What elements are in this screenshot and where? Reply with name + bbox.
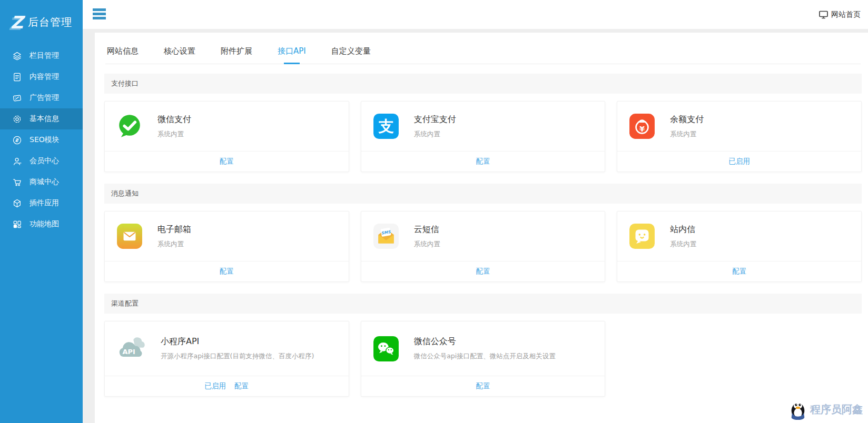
sidebar-item-label: 插件应用 bbox=[29, 198, 59, 208]
card-subtitle: 微信公众号api接口配置、微站点开启及相关设置 bbox=[414, 352, 556, 361]
configure-link[interactable]: 配置 bbox=[476, 381, 490, 391]
layers-icon bbox=[12, 51, 22, 61]
balance-pay-icon: ¥ bbox=[629, 113, 655, 139]
topbar: 网站首页 bbox=[83, 0, 868, 29]
email-icon bbox=[116, 223, 143, 249]
card-wechat-pay: 微信支付 系统内置 配置 bbox=[104, 101, 349, 172]
card-wechat-official: 微信公众号 微信公众号api接口配置、微站点开启及相关设置 配置 bbox=[361, 321, 606, 397]
card-subtitle: 系统内置 bbox=[414, 240, 440, 249]
card-subtitle: 系统内置 bbox=[670, 130, 704, 139]
sidebar-item-sitemap[interactable]: 功能地图 bbox=[0, 214, 83, 235]
sidebar-item-ads[interactable]: 广告管理 bbox=[0, 87, 83, 108]
sidebar-item-label: 栏目管理 bbox=[29, 51, 59, 61]
site-home-link[interactable]: 网站首页 bbox=[819, 0, 861, 29]
sidebar-item-members[interactable]: 会员中心 bbox=[0, 150, 83, 172]
enabled-link[interactable]: 已启用 bbox=[205, 381, 226, 391]
sidebar-item-label: 广告管理 bbox=[29, 93, 59, 103]
cart-icon bbox=[12, 177, 22, 187]
sidebar: Z 后台管理 栏目管理 内容管理 广告管理 基本信息 bbox=[0, 0, 83, 423]
logo-z-icon: Z bbox=[11, 14, 23, 31]
card-title: 支付宝支付 bbox=[414, 114, 456, 125]
configure-link[interactable]: 配置 bbox=[220, 267, 234, 276]
configure-link[interactable]: 配置 bbox=[234, 381, 249, 391]
sidebar-item-content[interactable]: 内容管理 bbox=[0, 66, 83, 87]
notification-card-row: 电子邮箱 系统内置 配置 SMS bbox=[104, 211, 862, 282]
card-subtitle: 系统内置 bbox=[157, 130, 191, 139]
site-message-icon bbox=[629, 223, 655, 249]
miniprogram-api-icon: API bbox=[116, 336, 146, 361]
sidebar-item-plugins[interactable]: 插件应用 bbox=[0, 193, 83, 214]
sidebar-item-label: 基本信息 bbox=[29, 114, 59, 124]
sidebar-item-basic-info[interactable]: 基本信息 bbox=[0, 108, 83, 129]
sidebar-item-label: 功能地图 bbox=[29, 219, 59, 229]
sidebar-item-label: SEO模块 bbox=[29, 135, 60, 145]
grid-map-icon bbox=[12, 219, 22, 229]
plugin-cube-icon bbox=[12, 198, 22, 208]
card-site-message: 站内信 系统内置 配置 bbox=[617, 211, 862, 282]
sms-icon: SMS bbox=[373, 223, 399, 249]
configure-link[interactable]: 配置 bbox=[476, 267, 490, 276]
gear-icon bbox=[12, 114, 22, 124]
card-balance-pay: ¥ 余额支付 系统内置 已启用 bbox=[617, 101, 862, 172]
wechat-official-icon bbox=[373, 336, 399, 362]
logo-title: 后台管理 bbox=[28, 15, 72, 29]
app-logo: Z 后台管理 bbox=[0, 0, 83, 44]
sidebar-item-label: 内容管理 bbox=[29, 72, 59, 82]
menu-toggle-button[interactable] bbox=[93, 8, 106, 21]
configure-link[interactable]: 配置 bbox=[732, 267, 746, 276]
ad-icon bbox=[12, 93, 22, 103]
card-title: 小程序API bbox=[161, 336, 314, 347]
member-icon bbox=[12, 156, 22, 166]
card-subtitle: 系统内置 bbox=[157, 240, 191, 249]
tab-core-settings[interactable]: 核心设置 bbox=[162, 46, 197, 64]
wechat-pay-icon bbox=[116, 113, 143, 139]
card-miniprogram-api: API 小程序API 开源小程序api接口配置(目前支持微信、百度小程序) 已启… bbox=[104, 321, 349, 397]
card-cloud-sms: SMS 云短信 系统内置 配置 bbox=[361, 211, 606, 282]
settings-tabs: 网站信息 核心设置 附件扩展 接口API 自定义变量 bbox=[105, 46, 861, 64]
card-title: 余额支付 bbox=[670, 114, 704, 125]
monitor-icon bbox=[819, 11, 828, 19]
card-subtitle: 开源小程序api接口配置(目前支持微信、百度小程序) bbox=[161, 352, 314, 361]
card-title: 云短信 bbox=[414, 224, 440, 235]
configure-link[interactable]: 配置 bbox=[476, 157, 490, 166]
card-title: 电子邮箱 bbox=[157, 224, 191, 235]
qq-penguin-icon bbox=[789, 399, 807, 420]
configure-link[interactable]: 配置 bbox=[220, 157, 234, 166]
tab-site-info[interactable]: 网站信息 bbox=[105, 46, 140, 64]
card-title: 站内信 bbox=[670, 224, 696, 235]
tab-attachment-ext[interactable]: 附件扩展 bbox=[219, 46, 254, 64]
tab-api[interactable]: 接口API bbox=[276, 46, 308, 64]
section-title-payment: 支付接口 bbox=[104, 74, 862, 94]
seo-link-icon bbox=[12, 135, 22, 145]
card-title: 微信公众号 bbox=[414, 336, 556, 347]
channel-card-row: API 小程序API 开源小程序api接口配置(目前支持微信、百度小程序) 已启… bbox=[104, 321, 862, 397]
sidebar-item-label: 会员中心 bbox=[29, 156, 59, 166]
sidebar-item-seo[interactable]: SEO模块 bbox=[0, 129, 83, 150]
card-alipay: 支 支付宝支付 系统内置 配置 bbox=[361, 101, 606, 172]
alipay-icon: 支 bbox=[373, 113, 399, 139]
sidebar-nav: 栏目管理 内容管理 广告管理 基本信息 SEO模块 bbox=[0, 45, 83, 235]
site-home-label: 网站首页 bbox=[831, 10, 861, 19]
sidebar-item-mall[interactable]: 商城中心 bbox=[0, 172, 83, 193]
enabled-link[interactable]: 已启用 bbox=[728, 157, 750, 166]
sidebar-item-label: 商城中心 bbox=[29, 177, 59, 187]
svg-text:API: API bbox=[123, 347, 135, 355]
main-panel: 网站信息 核心设置 附件扩展 接口API 自定义变量 支付接口 微信支付 系统内… bbox=[95, 33, 868, 423]
card-email: 电子邮箱 系统内置 配置 bbox=[104, 211, 349, 282]
tab-custom-vars[interactable]: 自定义变量 bbox=[330, 46, 372, 64]
card-subtitle: 系统内置 bbox=[414, 130, 456, 139]
section-title-channel: 渠道配置 bbox=[104, 294, 862, 314]
section-title-notification: 消息通知 bbox=[104, 184, 862, 204]
svg-text:支: 支 bbox=[378, 117, 393, 135]
watermark-text: 程序员阿鑫 bbox=[810, 402, 863, 417]
watermark: 程序员阿鑫 bbox=[789, 399, 863, 420]
document-icon bbox=[12, 72, 22, 82]
svg-text:¥: ¥ bbox=[639, 124, 645, 133]
payment-card-row: 微信支付 系统内置 配置 支 支付宝支付 系统内置 配置 bbox=[104, 101, 862, 172]
card-title: 微信支付 bbox=[157, 114, 191, 125]
card-subtitle: 系统内置 bbox=[670, 240, 696, 249]
sidebar-item-columns[interactable]: 栏目管理 bbox=[0, 45, 83, 66]
